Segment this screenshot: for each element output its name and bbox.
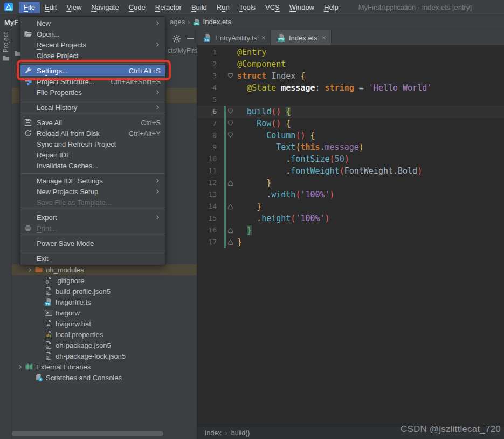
menu-item-local-history[interactable]: Local History (20, 102, 165, 113)
menubar-item-build[interactable]: Build (187, 2, 212, 13)
menu-item-print: Print... (20, 223, 165, 234)
menu-item-project-structure[interactable]: Project Structure...Ctrl+Alt+Shift+S (20, 76, 165, 87)
code-line-4[interactable]: 4 @State message: string = 'Hello World' (197, 82, 504, 94)
tree-item-external-libraries[interactable]: External Libraries (12, 361, 197, 372)
code-line-15[interactable]: 15 .height('100%') (197, 212, 504, 224)
code-line-1[interactable]: 1@Entry (197, 46, 504, 58)
fold-close-icon[interactable] (226, 236, 235, 248)
tree-item-gitignore[interactable]: .gitignore (12, 275, 197, 286)
code-line-10[interactable]: 10 .fontSize(50) (197, 153, 504, 165)
menu-item-settings[interactable]: Settings...Ctrl+Alt+S (20, 65, 165, 76)
close-tab-icon[interactable]: × (261, 33, 266, 42)
code-line-13[interactable]: 13 .width('100%') (197, 189, 504, 201)
breadcrumb-scope[interactable]: Index (205, 429, 222, 437)
menu-item-open[interactable]: Open... (20, 29, 165, 39)
gitignore-file-icon (44, 276, 53, 285)
menubar-item-file[interactable]: File (19, 2, 40, 13)
menu-separator (20, 249, 165, 253)
code-line-7[interactable]: 7 Row() { (197, 118, 504, 129)
tree-item-hvigorw[interactable]: hvigorw (12, 307, 197, 318)
tree-item-label: hvigorfile.ts (56, 298, 91, 306)
menu-item-invalidate-caches[interactable]: Invalidate Caches... (20, 160, 165, 171)
editor-tab-entryability-ts[interactable]: TSEntryAbility.ts× (197, 30, 271, 45)
menu-item-exit[interactable]: Exit (20, 253, 165, 264)
breadcrumb-file[interactable]: Index.ets (203, 18, 232, 26)
menu-item-repair-ide[interactable]: Repair IDE (20, 149, 165, 160)
tree-item-local-properties[interactable]: local.properties (12, 329, 197, 340)
menu-item-save-all[interactable]: Save AllCtrl+S (20, 117, 165, 128)
menu-item-power-save-mode[interactable]: Power Save Mode (20, 238, 165, 249)
submenu-arrow-icon (154, 89, 161, 95)
chevron-right-icon[interactable] (25, 267, 34, 273)
fold-gutter (226, 165, 235, 177)
close-tab-icon[interactable]: × (322, 33, 326, 42)
tree-item-oh-modules[interactable]: oh_modules (12, 264, 197, 275)
code-line-2[interactable]: 2@Component (197, 58, 504, 70)
fold-open-icon[interactable] (226, 106, 235, 118)
menubar-item-window[interactable]: Window (285, 2, 319, 13)
fold-open-icon[interactable] (226, 129, 235, 141)
tree-item-hvigorfile-ts[interactable]: TShvigorfile.ts (12, 297, 197, 307)
fold-gutter (226, 94, 235, 106)
no-icon (24, 150, 34, 159)
menu-item-shortcut: Ctrl+Alt+S (129, 67, 161, 75)
code-line-8[interactable]: 8 Column() { (197, 129, 504, 141)
menubar-item-tools[interactable]: Tools (234, 2, 260, 13)
menubar-item-run[interactable]: Run (212, 2, 234, 13)
menu-item-recent-projects[interactable]: Recent Projects (20, 39, 165, 50)
code-text: Row() { (235, 118, 291, 129)
menu-item-label: Export (37, 214, 57, 222)
fold-open-icon[interactable] (226, 118, 235, 129)
project-tool-window-tab[interactable]: Project (0, 32, 12, 62)
folder-icon (2, 54, 10, 62)
menu-item-new[interactable]: New (20, 18, 165, 29)
tree-item-hvigorw-bat[interactable]: hvigorw.bat (12, 318, 197, 329)
menu-item-sync-and-refresh-project[interactable]: Sync and Refresh Project (20, 139, 165, 149)
chevron-right-icon[interactable] (15, 364, 25, 370)
code-line-3[interactable]: 3struct Index { (197, 70, 504, 82)
code-editor[interactable]: 1@Entry2@Component3struct Index {4 @Stat… (197, 46, 504, 427)
hide-panel-icon[interactable] (187, 38, 194, 39)
fold-close-icon[interactable] (226, 224, 235, 236)
fold-close-icon[interactable] (226, 177, 235, 189)
submenu-arrow-icon (154, 188, 161, 195)
menu-item-label: Save File as Template... (37, 198, 112, 207)
code-line-6[interactable]: 6 build() { (197, 106, 504, 118)
menu-item-label: Reload All from Disk (37, 129, 100, 138)
json5-file-icon (44, 287, 53, 296)
code-line-9[interactable]: 9 Text(this.message) (197, 141, 504, 153)
menu-item-reload-all-from-disk[interactable]: Reload All from DiskCtrl+Alt+Y (20, 128, 165, 139)
menu-item-new-projects-setup[interactable]: New Projects Setup (20, 186, 165, 197)
breadcrumb-member[interactable]: build() (231, 429, 250, 437)
menubar-item-view[interactable]: View (61, 2, 86, 13)
code-line-12[interactable]: 12 } (197, 177, 504, 189)
no-icon (24, 198, 34, 207)
menubar-item-code[interactable]: Code (124, 2, 150, 13)
menu-item-file-properties[interactable]: File Properties (20, 87, 165, 98)
tree-item-oh-package-json5[interactable]: oh-package.json5 (12, 340, 197, 351)
fold-open-icon[interactable] (226, 70, 235, 82)
menu-item-close-project[interactable]: Close Project (20, 50, 165, 61)
tree-item-build-profile-json5[interactable]: build-profile.json5 (12, 286, 197, 297)
menubar-item-help[interactable]: Help (319, 2, 343, 13)
tree-item-scratches-and-consoles[interactable]: Scratches and Consoles (12, 372, 197, 383)
code-line-14[interactable]: 14 } (197, 201, 504, 212)
fold-close-icon[interactable] (226, 201, 235, 212)
breadcrumb-project[interactable]: MyF (4, 18, 18, 26)
menubar-item-edit[interactable]: Edit (40, 2, 61, 13)
editor-tab-index-ets[interactable]: ETSIndex.ets× (271, 30, 332, 45)
code-line-5[interactable]: 5 (197, 94, 504, 106)
menubar-item-refactor[interactable]: Refactor (150, 2, 187, 13)
horizontal-scrollbar[interactable] (12, 431, 163, 436)
breadcrumb-folder[interactable]: ages (170, 18, 185, 26)
code-line-11[interactable]: 11 .fontWeight(FontWeight.Bold) (197, 165, 504, 177)
no-icon (24, 51, 34, 60)
menu-item-export[interactable]: Export (20, 212, 165, 223)
menu-item-manage-ide-settings[interactable]: Manage IDE Settings (20, 175, 165, 186)
menubar-item-vcs[interactable]: VCS (260, 2, 285, 13)
menubar-item-navigate[interactable]: Navigate (86, 2, 123, 13)
tree-item-oh-package-lock-json5[interactable]: oh-package-lock.json5 (12, 351, 197, 361)
code-line-16[interactable]: 16 } (197, 224, 504, 236)
gear-icon[interactable] (172, 34, 182, 44)
code-line-17[interactable]: 17} (197, 236, 504, 248)
